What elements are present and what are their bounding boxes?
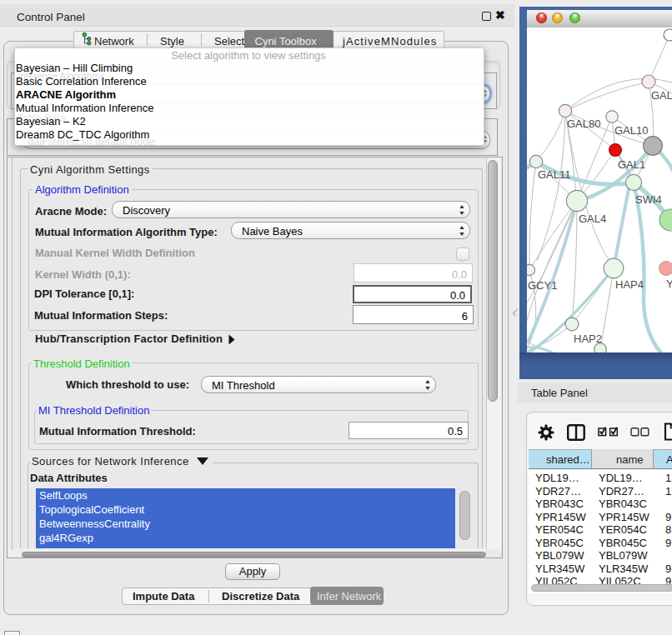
svg-text:SWI4: SWI4	[635, 193, 662, 206]
svg-text:YEL: YEL	[666, 278, 672, 290]
svg-text:GAL10: GAL10	[614, 124, 648, 137]
svg-text:GCY1: GCY1	[528, 279, 557, 292]
svg-text:GAL2: GAL2	[651, 89, 672, 102]
svg-text:GAL4: GAL4	[579, 212, 606, 225]
svg-text:GAL11: GAL11	[538, 168, 571, 181]
svg-text:HAP4: HAP4	[615, 278, 644, 291]
svg-text:HAP2: HAP2	[574, 332, 602, 345]
svg-text:GAL80: GAL80	[567, 118, 600, 130]
svg-text:GAL1: GAL1	[618, 158, 645, 171]
